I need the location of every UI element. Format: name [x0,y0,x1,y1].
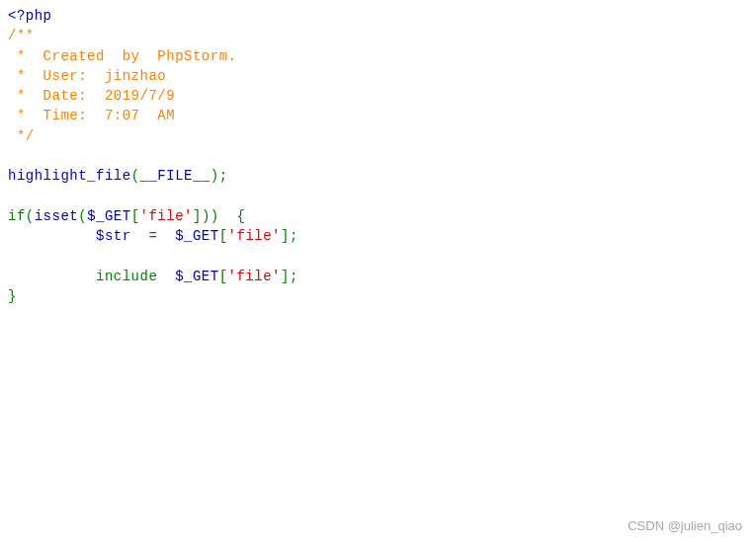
php-code-block: <?php /** * Created by PhpStorm. * User:… [0,0,756,312]
paren-open: ( [26,208,35,224]
comment-line: * User: jinzhao [8,68,166,84]
comment-line: * Created by PhpStorm. [8,48,236,64]
watermark-text: CSDN @julien_qiao [628,517,742,536]
var-get: $_GET [87,208,131,224]
paren-close: ) [210,168,219,184]
bracket-open: [ [219,228,228,244]
keyword-include: include [96,269,157,284]
bracket-close: ] [281,269,290,284]
string-file: 'file' [228,228,281,244]
var-get: $_GET [175,269,219,284]
semicolon: ; [219,168,228,184]
string-file: 'file' [228,269,281,284]
paren-open: ( [131,168,140,184]
func-highlight-file: highlight_file [8,168,131,184]
semicolon: ; [290,228,298,244]
const-file: __FILE__ [140,168,210,184]
bracket-open: [ [131,208,140,224]
brace-open: { [237,208,246,224]
paren-close: ) [210,208,219,224]
brace-close: } [8,288,17,304]
op-assign: = [148,228,157,244]
comment-line: * Time: 7:07 AM [8,108,175,123]
bracket-close: ] [193,208,202,224]
keyword-if: if [8,208,26,224]
paren-close: ) [202,208,210,224]
comment-line: /** [8,28,35,43]
func-isset: isset [35,208,79,224]
string-file: 'file' [140,208,193,224]
var-get: $_GET [175,228,219,244]
comment-line: * Date: 2019/7/9 [8,88,175,104]
var-str: $str [96,228,131,244]
php-open-tag: <?php [8,8,52,24]
paren-open: ( [78,208,87,224]
bracket-close: ] [281,228,290,244]
bracket-open: [ [219,269,228,284]
comment-line: */ [8,128,35,144]
semicolon: ; [290,269,298,284]
